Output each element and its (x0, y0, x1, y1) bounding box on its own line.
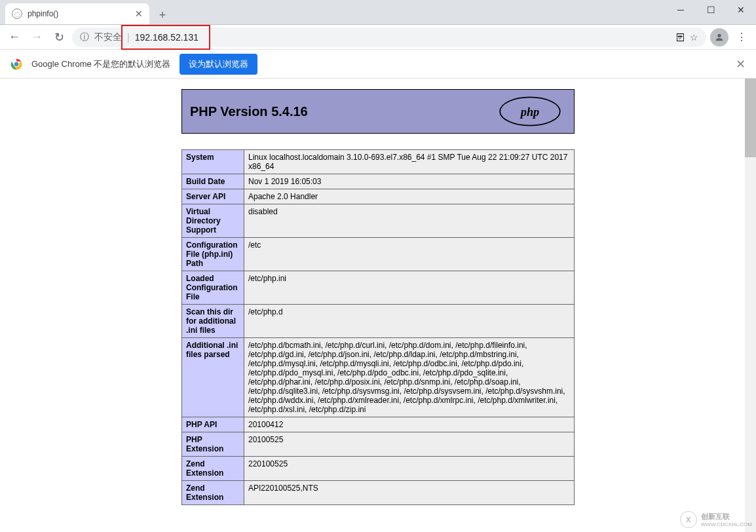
page-content: PHP Version 5.4.16 php SystemLinux local… (0, 79, 756, 532)
php-version-title: PHP Version 5.4.16 (190, 104, 308, 119)
profile-avatar[interactable] (710, 28, 728, 47)
info-value: /etc (244, 238, 575, 271)
svg-point-0 (717, 33, 721, 37)
close-infobar-icon[interactable]: ✕ (736, 57, 746, 71)
info-key: Zend Extension (182, 457, 244, 481)
php-version-header: PHP Version 5.4.16 php (181, 89, 575, 134)
info-value: disabled (244, 204, 575, 238)
default-browser-infobar: Google Chrome 不是您的默认浏览器 设为默认浏览器 ✕ (0, 50, 756, 79)
scrollbar-track[interactable] (745, 79, 756, 532)
info-key: PHP Extension (182, 432, 244, 457)
close-window-button[interactable]: ✕ (726, 0, 756, 20)
scrollbar-thumb[interactable] (745, 79, 756, 157)
maximize-button[interactable]: ☐ (696, 0, 726, 20)
info-value: Nov 1 2019 16:05:03 (244, 174, 575, 189)
table-row: Configuration File (php.ini) Path/etc (182, 238, 575, 271)
info-value: Apache 2.0 Handler (244, 189, 575, 204)
menu-button[interactable]: ⋮ (732, 28, 751, 47)
svg-text:php: php (520, 105, 540, 119)
insecure-label: 不安全 (94, 31, 122, 43)
info-value: /etc/php.d/bcmath.ini, /etc/php.d/curl.i… (244, 338, 575, 417)
minimize-button[interactable]: ─ (666, 0, 696, 20)
info-value: API220100525,NTS (244, 481, 575, 505)
info-key: Scan this dir for additional .ini files (182, 305, 244, 338)
info-key: System (182, 150, 244, 174)
reload-button[interactable]: ↻ (50, 28, 68, 47)
translate-icon[interactable]: 🈂 (675, 32, 685, 43)
info-key: Virtual Directory Support (182, 204, 244, 238)
chrome-icon (10, 58, 22, 70)
info-key: Server API (182, 189, 244, 204)
site-info-icon[interactable]: ⓘ (80, 31, 89, 43)
info-key: Configuration File (php.ini) Path (182, 238, 244, 271)
tab-bar: ◌ phpinfo() ✕ + (0, 0, 756, 25)
info-value: 20100412 (244, 417, 575, 432)
info-value: /etc/php.ini (244, 271, 575, 305)
toolbar: ← → ↻ ⓘ 不安全 | 192.168.52.131 🈂 ☆ ⋮ (0, 25, 756, 50)
globe-icon: ◌ (12, 9, 22, 19)
info-value: 220100525 (244, 457, 575, 481)
close-tab-icon[interactable]: ✕ (135, 9, 143, 19)
table-row: Loaded Configuration File/etc/php.ini (182, 271, 575, 305)
info-key: Additional .ini files parsed (182, 338, 244, 417)
watermark-brand: 创新互联 (701, 512, 752, 522)
info-key: Loaded Configuration File (182, 271, 244, 305)
info-value: 20100525 (244, 432, 575, 457)
watermark-sub: WWW.CDCXHL.COM (701, 522, 752, 527)
table-row: Build DateNov 1 2019 16:05:03 (182, 174, 575, 189)
info-value: /etc/php.d (244, 305, 575, 338)
info-key: Build Date (182, 174, 244, 189)
infobar-message: Google Chrome 不是您的默认浏览器 (31, 58, 170, 70)
phpinfo-table: SystemLinux localhost.localdomain 3.10.0… (181, 149, 575, 505)
table-row: Additional .ini files parsed/etc/php.d/b… (182, 338, 575, 417)
info-value: Linux localhost.localdomain 3.10.0-693.e… (244, 150, 575, 174)
watermark: X 创新互联 WWW.CDCXHL.COM (680, 511, 752, 528)
table-row: Server APIApache 2.0 Handler (182, 189, 575, 204)
table-row: Scan this dir for additional .ini files/… (182, 305, 575, 338)
set-default-button[interactable]: 设为默认浏览器 (180, 54, 257, 75)
php-logo-icon: php (494, 95, 566, 128)
watermark-logo: X (680, 511, 697, 528)
table-row: Virtual Directory Supportdisabled (182, 204, 575, 238)
browser-tab[interactable]: ◌ phpinfo() ✕ (5, 3, 149, 24)
table-row: Zend ExtensionAPI220100525,NTS (182, 481, 575, 505)
back-button[interactable]: ← (5, 28, 24, 47)
table-row: PHP API20100412 (182, 417, 575, 432)
info-key: PHP API (182, 417, 244, 432)
url-text: 192.168.52.131 (135, 32, 198, 43)
address-bar[interactable]: ⓘ 不安全 | 192.168.52.131 🈂 ☆ (72, 28, 706, 47)
new-tab-button[interactable]: + (153, 6, 172, 24)
forward-button[interactable]: → (28, 28, 46, 47)
info-key: Zend Extension (182, 481, 244, 505)
table-row: PHP Extension20100525 (182, 432, 575, 457)
table-row: SystemLinux localhost.localdomain 3.10.0… (182, 150, 575, 174)
bookmark-icon[interactable]: ☆ (690, 32, 698, 43)
table-row: Zend Extension220100525 (182, 457, 575, 481)
tab-title: phpinfo() (28, 9, 130, 18)
